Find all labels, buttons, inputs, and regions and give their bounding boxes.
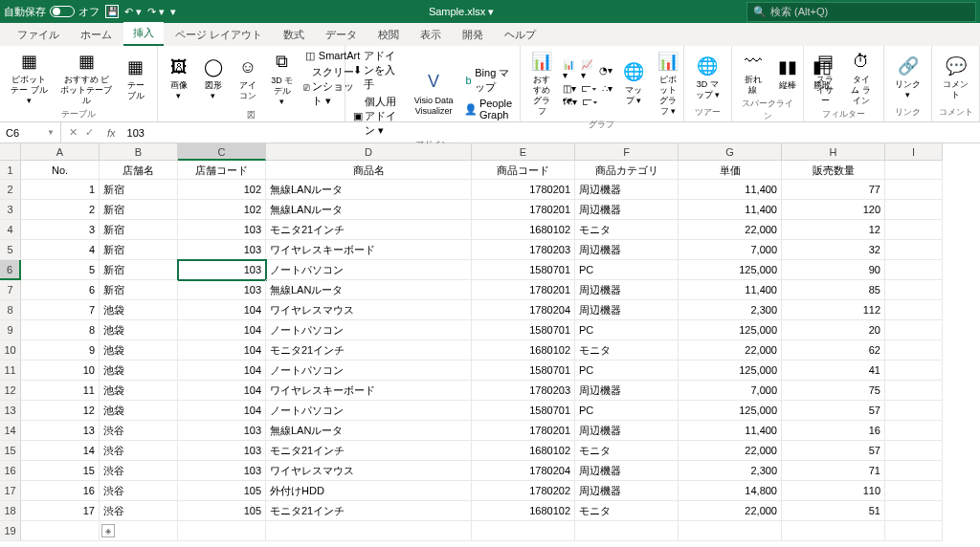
cell-H10[interactable]: 62: [782, 340, 885, 361]
people-button[interactable]: 👤People Graph: [462, 97, 514, 121]
cell-F13[interactable]: PC: [575, 401, 679, 421]
cell-A10[interactable]: 9: [21, 340, 100, 361]
bing-button[interactable]: bBing マップ: [462, 65, 514, 96]
cell-I19[interactable]: [885, 521, 943, 541]
map3d-button[interactable]: 🌐3D マップ ▾: [690, 53, 725, 102]
chart-col-icon[interactable]: 📊▾: [561, 58, 577, 81]
cell-H18[interactable]: 51: [782, 501, 885, 521]
row-header-1[interactable]: 1: [0, 161, 21, 180]
cell-F18[interactable]: モニタ: [575, 501, 679, 521]
cell-H6[interactable]: 90: [782, 260, 885, 280]
cell-E1[interactable]: 商品コード: [472, 161, 575, 180]
cell-C19[interactable]: [178, 521, 266, 541]
redo-icon[interactable]: ↷ ▾: [147, 6, 165, 18]
cell-D3[interactable]: 無線LANルータ: [266, 200, 472, 220]
link-button[interactable]: 🔗リンク ▾: [890, 53, 925, 102]
cell-C10[interactable]: 104: [178, 340, 266, 361]
cell-A19[interactable]: [21, 521, 100, 541]
row-header-4[interactable]: 4: [0, 220, 21, 240]
cell-E17[interactable]: 1780202: [472, 481, 575, 501]
cell-A8[interactable]: 7: [21, 300, 100, 320]
visio-button[interactable]: VVisio Data Visualizer: [409, 69, 458, 119]
spreadsheet-grid[interactable]: ABCDEFGHI1No.店舗名店舗コード商品名商品コード商品カテゴリ単価販売数…: [0, 143, 980, 547]
cell-G9[interactable]: 125,000: [679, 320, 782, 340]
cell-F16[interactable]: 周辺機器: [575, 461, 679, 481]
cell-I17[interactable]: [885, 481, 943, 501]
cell-G5[interactable]: 7,000: [679, 240, 782, 260]
cell-G7[interactable]: 11,400: [679, 280, 782, 300]
cell-G8[interactable]: 2,300: [679, 300, 782, 320]
reco-pivot-button[interactable]: ▦おすすめ ピボットテーブル: [56, 48, 117, 108]
col-header-I[interactable]: I: [885, 143, 943, 161]
cell-A3[interactable]: 2: [21, 200, 100, 220]
addin-get-button[interactable]: ⬇アドインを入手: [351, 48, 405, 93]
row-header-5[interactable]: 5: [0, 240, 21, 260]
cancel-icon[interactable]: ✕: [69, 126, 78, 139]
cell-A5[interactable]: 4: [21, 240, 100, 260]
cell-A2[interactable]: 1: [21, 180, 100, 200]
col-header-E[interactable]: E: [472, 143, 575, 161]
timeline-button[interactable]: ⏱タイム ライン: [844, 48, 878, 108]
pivot-button[interactable]: ▦ピボットテー ブル ▾: [6, 48, 53, 108]
cell-G15[interactable]: 22,000: [679, 441, 782, 461]
cell-I10[interactable]: [885, 340, 943, 361]
cell-A9[interactable]: 8: [21, 320, 100, 340]
cell-F6[interactable]: PC: [575, 260, 679, 280]
cell-H15[interactable]: 57: [782, 441, 885, 461]
cell-C2[interactable]: 102: [178, 180, 266, 200]
cell-F1[interactable]: 商品カテゴリ: [575, 161, 679, 180]
row-header-7[interactable]: 7: [0, 280, 21, 300]
reco-chart-button[interactable]: 📊おすすめ グラフ: [526, 48, 557, 119]
cell-C18[interactable]: 105: [178, 501, 266, 521]
cell-C1[interactable]: 店舗コード: [178, 161, 266, 180]
cell-A1[interactable]: No.: [21, 161, 100, 180]
addin-my-button[interactable]: ▣個人用アドイン ▾: [351, 94, 405, 139]
cell-B9[interactable]: 池袋: [100, 320, 178, 340]
chart-scatter-icon[interactable]: ∴▾: [600, 82, 614, 95]
cell-F11[interactable]: PC: [575, 361, 679, 381]
cell-I6[interactable]: [885, 260, 943, 280]
cell-C12[interactable]: 104: [178, 381, 266, 401]
cell-C3[interactable]: 102: [178, 200, 266, 220]
cell-C17[interactable]: 105: [178, 481, 266, 501]
cell-B18[interactable]: 渋谷: [100, 501, 178, 521]
pivotchart-button[interactable]: 📊ピボットグラフ ▾: [653, 48, 683, 119]
cell-I13[interactable]: [885, 401, 943, 421]
cell-D9[interactable]: ノートパソコン: [266, 320, 472, 340]
cell-G13[interactable]: 125,000: [679, 401, 782, 421]
cell-H17[interactable]: 110: [782, 481, 885, 501]
row-header-9[interactable]: 9: [0, 320, 21, 340]
cell-G10[interactable]: 22,000: [679, 340, 782, 361]
slicer-button[interactable]: ▤スライサー: [810, 48, 840, 108]
cell-E18[interactable]: 1680102: [472, 501, 575, 521]
row-header-3[interactable]: 3: [0, 200, 21, 220]
cell-G17[interactable]: 14,800: [679, 481, 782, 501]
cell-A7[interactable]: 6: [21, 280, 100, 300]
cell-D7[interactable]: 無線LANルータ: [266, 280, 472, 300]
map-button[interactable]: 🌐マップ ▾: [618, 58, 649, 108]
comment-button[interactable]: 💬コメント: [938, 53, 973, 102]
row-header-8[interactable]: 8: [0, 300, 21, 320]
cell-A6[interactable]: 5: [21, 260, 100, 280]
cell-H1[interactable]: 販売数量: [782, 161, 885, 180]
cell-G6[interactable]: 125,000: [679, 260, 782, 280]
cell-C8[interactable]: 104: [178, 300, 266, 320]
row-header-13[interactable]: 13: [0, 401, 21, 421]
chart-map-icon[interactable]: 🗺▾: [561, 96, 579, 108]
cell-D18[interactable]: モニタ21インチ: [266, 501, 472, 521]
col-header-H[interactable]: H: [782, 143, 885, 161]
cell-F4[interactable]: モニタ: [575, 220, 679, 240]
cell-B4[interactable]: 新宿: [100, 220, 178, 240]
cell-F7[interactable]: 周辺機器: [575, 280, 679, 300]
cell-D4[interactable]: モニタ21インチ: [266, 220, 472, 240]
filename[interactable]: Sample.xlsx ▾: [176, 6, 746, 18]
row-header-12[interactable]: 12: [0, 381, 21, 401]
cell-I8[interactable]: [885, 300, 943, 320]
cell-D16[interactable]: ワイヤレスマウス: [266, 461, 472, 481]
cell-G18[interactable]: 22,000: [679, 501, 782, 521]
cell-D17[interactable]: 外付けHDD: [266, 481, 472, 501]
cell-C7[interactable]: 103: [178, 280, 266, 300]
tab-formula[interactable]: 数式: [274, 24, 314, 46]
chart-stat-icon[interactable]: ⫍▾: [580, 82, 598, 95]
row-header-15[interactable]: 15: [0, 441, 21, 461]
